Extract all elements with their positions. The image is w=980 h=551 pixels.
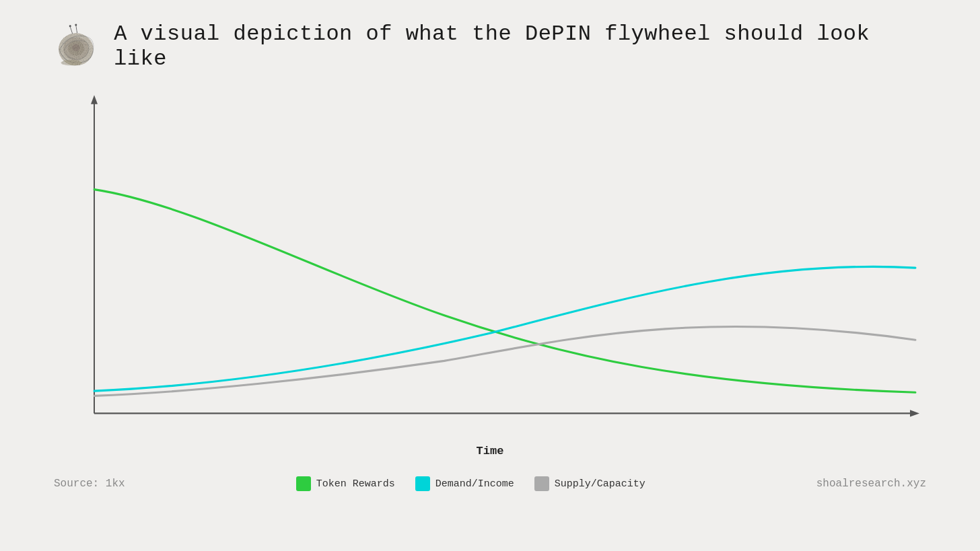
chart-svg	[54, 91, 926, 441]
snail-icon	[54, 23, 100, 70]
legend-demand-income: Demand/Income	[415, 476, 514, 491]
svg-point-8	[61, 60, 81, 66]
svg-point-6	[69, 25, 71, 27]
supply-capacity-label: Supply/Capacity	[555, 478, 645, 490]
x-axis-label: Time	[0, 445, 980, 457]
token-rewards-label: Token Rewards	[316, 478, 395, 490]
svg-point-7	[75, 24, 77, 26]
demand-income-label: Demand/Income	[435, 478, 514, 490]
chart-area	[54, 91, 926, 441]
svg-line-4	[70, 27, 72, 34]
page-title: A visual depiction of what the DePIN fly…	[114, 22, 926, 71]
legend-supply-capacity: Supply/Capacity	[534, 476, 645, 491]
brand-label: shoalresearch.xyz	[816, 478, 926, 490]
source-label: Source: 1kx	[54, 478, 125, 490]
svg-point-3	[72, 44, 80, 51]
svg-marker-12	[910, 410, 919, 416]
supply-capacity-color-box	[534, 476, 549, 491]
header: A visual depiction of what the DePIN fly…	[0, 0, 980, 71]
legend: Token Rewards Demand/Income Supply/Capac…	[296, 476, 645, 491]
svg-line-5	[76, 26, 77, 33]
legend-token-rewards: Token Rewards	[296, 476, 395, 491]
token-rewards-color-box	[296, 476, 311, 491]
demand-income-color-box	[415, 476, 430, 491]
svg-marker-10	[91, 95, 98, 104]
footer: Source: 1kx Token Rewards Demand/Income …	[0, 464, 980, 503]
